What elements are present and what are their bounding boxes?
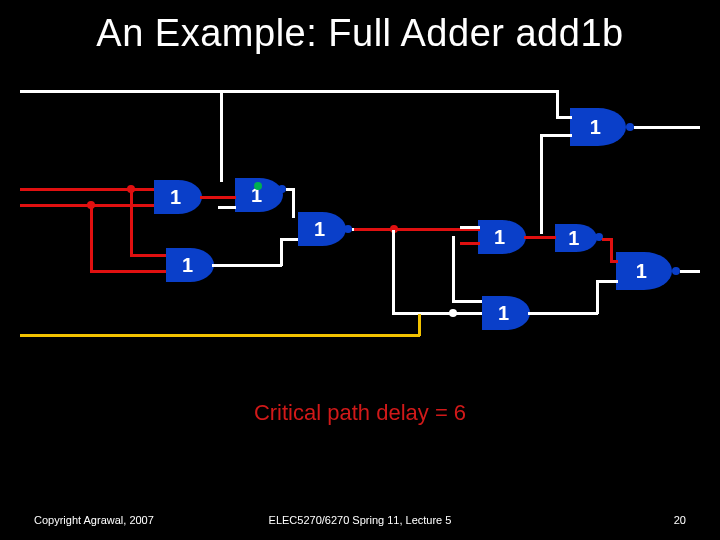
- gate-1-delay: 1: [590, 116, 601, 139]
- gate-9-delay: 1: [498, 302, 509, 325]
- gate-5: 1: [166, 248, 214, 282]
- slide-title: An Example: Full Adder add1b: [0, 12, 720, 55]
- gate-1-bubble: [626, 123, 634, 131]
- wire-mid-v: [392, 230, 395, 314]
- full-adder-diagram: 1 1 1 1 1 1 1 1: [20, 90, 700, 370]
- wire-col-200-stub: [220, 90, 222, 93]
- gate-1: 1: [570, 108, 626, 146]
- wire-top-in: [20, 90, 556, 93]
- gate-8-bubble: [672, 267, 680, 275]
- wire-g3-inB: [218, 206, 236, 209]
- gate-8: 1: [616, 252, 672, 290]
- node-red-1: [87, 201, 95, 209]
- wire-bottom-up: [418, 314, 421, 336]
- stub1: [352, 228, 354, 231]
- wire-top-in-drop: [556, 90, 559, 118]
- wire-col-432: [452, 236, 455, 302]
- wire-col-520: [540, 134, 543, 234]
- wire-g9-inA: [452, 300, 482, 303]
- wire-g9-up: [596, 280, 599, 314]
- gate-6-delay: 1: [494, 226, 505, 249]
- wire-g5-out: [212, 264, 282, 267]
- gate-3-bubble: [278, 185, 286, 193]
- gate-4: 1: [298, 212, 346, 246]
- gate-4-delay: 1: [314, 218, 325, 241]
- node-red-2: [127, 185, 135, 193]
- gate-7-delay: 1: [568, 227, 579, 250]
- gate-9: 1: [482, 296, 530, 330]
- wire-g3-to-g4v: [292, 188, 295, 218]
- wire-g8-inB: [596, 280, 618, 283]
- wire-red-v1: [90, 204, 93, 272]
- wire-g8-inA: [610, 260, 618, 263]
- gate-2: 1: [154, 180, 202, 214]
- wire-g2-out: [200, 196, 236, 199]
- footer-course-info: ELEC5270/6270 Spring 11, Lecture 5: [0, 514, 720, 526]
- wire-g5-up: [280, 238, 283, 266]
- wire-g6-inB: [460, 242, 480, 245]
- wire-g7-down: [610, 238, 613, 262]
- wire-g8-out: [680, 270, 700, 273]
- wire-g9-inB: [392, 312, 482, 315]
- wire-g5-inA: [130, 254, 166, 257]
- wire-g1-out: [634, 126, 700, 129]
- wire-col-200: [220, 90, 223, 182]
- gate-8-delay: 1: [636, 260, 647, 283]
- node-green-g3: [254, 182, 262, 190]
- wire-bottom-in: [20, 334, 420, 337]
- critical-path-caption: Critical path delay = 6: [0, 400, 720, 426]
- slide: An Example: Full Adder add1b 1 1 1 1 1 1: [0, 0, 720, 540]
- wire-g1-bot: [540, 134, 572, 137]
- wire-red-v2: [130, 188, 133, 256]
- footer-page-number: 20: [674, 514, 686, 526]
- wire-g5-inB: [90, 270, 166, 273]
- gate-7: 1: [555, 224, 597, 252]
- wire-g6-to-g7: [524, 236, 556, 239]
- gate-4-bubble: [344, 225, 352, 233]
- gate-6: 1: [478, 220, 526, 254]
- wire-g1-top: [556, 116, 572, 119]
- node-white-g9: [449, 309, 457, 317]
- wire-g4-inB: [280, 238, 298, 241]
- wire-g9-out: [528, 312, 598, 315]
- gate-2-delay: 1: [170, 186, 181, 209]
- gate-5-delay: 1: [182, 254, 193, 277]
- wire-g6-inA: [460, 226, 480, 229]
